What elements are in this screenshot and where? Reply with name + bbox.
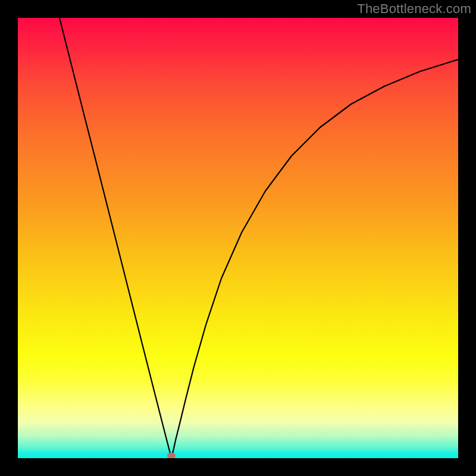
curve-svg — [18, 18, 458, 458]
bottleneck-curve — [60, 18, 458, 458]
watermark-text: TheBottleneck.com — [357, 1, 471, 17]
plot-area — [18, 18, 458, 458]
chart-frame: TheBottleneck.com — [0, 0, 476, 476]
min-marker — [167, 453, 176, 458]
